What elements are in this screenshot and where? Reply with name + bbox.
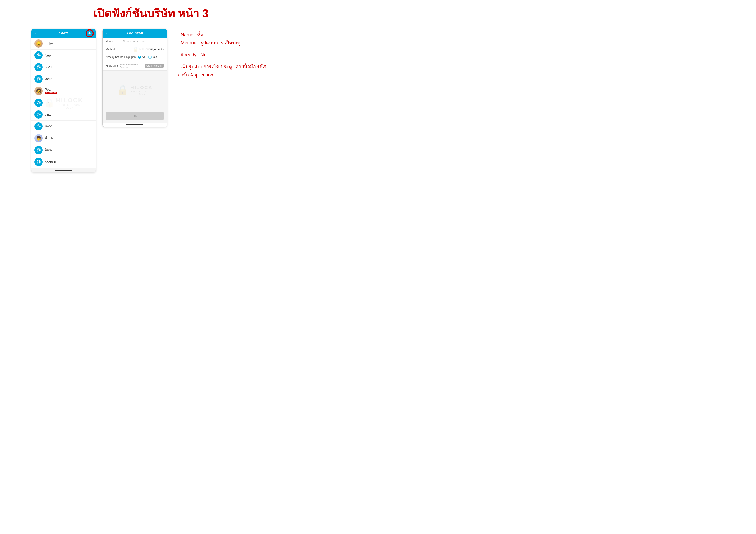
add-staff-screen: ← Add Staff Name Please enter here Metho… (102, 29, 167, 127)
staff-name: เก่ง01 (45, 76, 53, 82)
name-row: Name Please enter here (103, 38, 167, 45)
notes-section: - Name : ชื่อ - Method : รูปแบบการ เปิดร… (174, 29, 270, 81)
name-placeholder[interactable]: Please enter here (122, 40, 164, 43)
content-area: ← Staff + 🔒 HILOCK DIGITAL DOOR LOCK 😊 F… (9, 29, 293, 172)
staff-item[interactable]: อิต02 (32, 144, 96, 156)
note-item-3: - Already : No (178, 51, 266, 59)
chevron-icon: › (163, 48, 164, 51)
staff-name: Nee (45, 54, 51, 57)
method-label: Method (106, 48, 121, 51)
avatar (35, 122, 43, 131)
add-fingerprint-button[interactable]: Add Fingerprint (145, 64, 164, 67)
staff-list: 🔒 HILOCK DIGITAL DOOR LOCK 😊 Faiiy* (32, 38, 96, 168)
add-staff-header: ← Add Staff (103, 29, 167, 38)
fp-label: Fingerprint (106, 64, 118, 67)
staff-header-title: Staff (59, 31, 68, 36)
radio-yes-circle[interactable] (148, 56, 151, 59)
staff-name: Faiiy* (45, 42, 53, 45)
radio-yes-option[interactable]: Yes (148, 55, 157, 59)
staff-name: อิต01 (45, 124, 53, 129)
add-staff-header-title: Add Staff (126, 31, 143, 36)
fingerprint-row: Fingerprint Enter Employee's Account Add… (103, 61, 167, 71)
avatar (35, 75, 43, 83)
staff-name: nu01 (45, 65, 52, 69)
staff-item[interactable]: nu01 (32, 62, 96, 73)
staff-item[interactable]: 🧑 Pear Unavailable (32, 85, 96, 97)
note-item-1: - Name : ชื่อ (178, 31, 266, 39)
home-bar (55, 170, 72, 170)
staff-item[interactable]: 👦 นี้ i chi (32, 132, 96, 144)
staff-item[interactable]: tum (32, 97, 96, 109)
staff-name: Pear (45, 88, 52, 91)
staff-item[interactable]: noom01 (32, 156, 96, 168)
avatar (35, 51, 43, 60)
staff-back-arrow[interactable]: ← (34, 31, 38, 36)
staff-item[interactable]: Nee (32, 50, 96, 62)
hilock-watermark-add: 🔒 HILOCK DIGITAL DOOR LOCK (117, 85, 152, 96)
add-staff-back-arrow[interactable]: ← (105, 31, 109, 36)
note-item-2: - Method : รูปแบบการ เปิดระตู (178, 39, 266, 47)
add-staff-form: Name Please enter here Method 🔒 HILOCK F… (103, 38, 167, 71)
staff-item[interactable]: อิต01 (32, 120, 96, 132)
already-set-row: Already Set the Fingerprint No Yes (103, 53, 167, 61)
fp-input[interactable]: Enter Employee's Account (120, 63, 144, 68)
name-label: Name (106, 40, 121, 43)
form-empty-area: 🔒 HILOCK DIGITAL DOOR LOCK (103, 71, 167, 109)
add-staff-button[interactable]: + (86, 30, 93, 37)
radio-no-label: No (142, 55, 146, 59)
watermark-brand: HILOCK (130, 85, 152, 90)
staff-item[interactable]: 😊 Faiiy* (32, 38, 96, 50)
staff-name: นี้ i chi (45, 136, 54, 141)
unavailable-badge: Unavailable (45, 91, 57, 94)
staff-name: tum (45, 101, 50, 105)
staff-name: view (45, 113, 51, 116)
method-row: Method 🔒 HILOCK Fingerprint › (103, 45, 167, 53)
staff-item[interactable]: เก่ง01 (32, 73, 96, 85)
avatar (35, 63, 43, 71)
avatar: 👦 (35, 134, 43, 142)
avatar (35, 111, 43, 119)
radio-group: No Yes (138, 55, 157, 59)
home-bar-2 (126, 124, 143, 125)
already-set-label: Already Set the Fingerprint (106, 56, 136, 59)
avatar (35, 158, 43, 166)
note-item-4: - เพิ่มรูปแบบการเปิด ประตู : ลายนิ้วมือ … (178, 63, 266, 79)
page-title: เปิดฟังก์ชันบริษัท หน้า 3 (9, 4, 293, 22)
avatar (35, 99, 43, 107)
radio-no-option[interactable]: No (138, 55, 146, 59)
watermark-sub: DIGITAL DOOR LOCK (130, 90, 152, 95)
avatar (35, 146, 43, 154)
staff-header: ← Staff + (32, 29, 96, 38)
avatar: 🧑 (35, 87, 43, 95)
staff-name: noom01 (45, 160, 56, 164)
staff-home-indicator (32, 168, 96, 172)
ok-button[interactable]: OK (106, 112, 164, 120)
radio-no-circle[interactable] (138, 56, 141, 59)
radio-yes-label: Yes (152, 55, 157, 59)
add-staff-home-indicator (103, 122, 167, 127)
avatar: 😊 (35, 39, 43, 48)
staff-name: อิต02 (45, 147, 53, 153)
staff-item[interactable]: view (32, 109, 96, 120)
staff-screen: ← Staff + 🔒 HILOCK DIGITAL DOOR LOCK 😊 F… (31, 29, 96, 172)
